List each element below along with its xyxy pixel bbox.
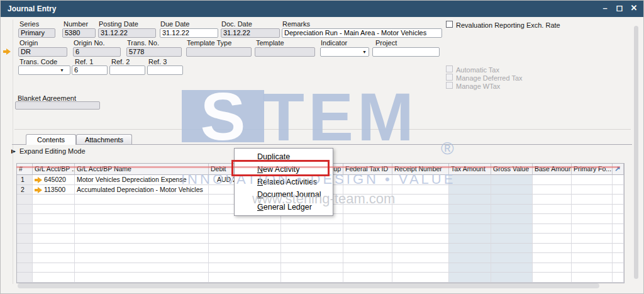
table-cell[interactable]	[572, 205, 613, 215]
table-cell[interactable]	[572, 273, 613, 283]
table-cell[interactable]	[392, 185, 449, 195]
indicator-dropdown[interactable]: ▼	[320, 47, 369, 57]
table-cell[interactable]	[75, 214, 209, 224]
expand-editing-mode-label[interactable]: Expand Editing Mode	[19, 147, 86, 155]
context-menu-item-new-activity[interactable]: New Activity	[235, 163, 333, 176]
table-cell[interactable]	[392, 263, 449, 273]
table-cell[interactable]	[613, 273, 624, 283]
table-cell[interactable]	[572, 234, 613, 244]
table-cell[interactable]	[491, 195, 533, 205]
table-cell[interactable]	[343, 224, 392, 234]
table-cell[interactable]	[17, 195, 33, 205]
table-cell[interactable]	[533, 175, 572, 185]
table-cell[interactable]	[17, 273, 33, 283]
origin-link-arrow-icon[interactable]	[3, 48, 11, 55]
table-cell[interactable]	[449, 175, 491, 185]
context-menu-item-document-journal[interactable]: Document Journal	[235, 188, 333, 201]
table-cell[interactable]	[75, 253, 209, 263]
tab-contents[interactable]: Contents	[26, 134, 76, 145]
column-header[interactable]: ↗	[613, 164, 624, 175]
table-cell[interactable]	[392, 234, 449, 244]
table-cell[interactable]	[491, 214, 533, 224]
table-cell[interactable]	[491, 263, 533, 273]
table-cell[interactable]	[613, 224, 624, 234]
table-row[interactable]	[17, 234, 624, 244]
table-cell[interactable]	[343, 205, 392, 215]
maximize-icon[interactable]: ◻	[615, 3, 624, 13]
table-cell[interactable]	[613, 244, 624, 254]
column-header[interactable]: Tax Amount	[449, 164, 491, 175]
ref3-field[interactable]	[147, 65, 183, 75]
table-cell[interactable]	[209, 224, 281, 234]
row-link-arrow-icon[interactable]	[35, 187, 42, 193]
doc-date-field[interactable]: 31.12.22	[221, 28, 280, 38]
table-cell[interactable]	[343, 263, 392, 273]
trans-code-dropdown[interactable]: ▼	[18, 65, 70, 75]
table-cell[interactable]	[613, 175, 624, 185]
horizontal-scrollbar[interactable]	[18, 283, 599, 288]
table-cell[interactable]	[281, 253, 343, 263]
table-cell[interactable]	[343, 175, 392, 185]
table-cell[interactable]	[572, 185, 613, 195]
table-cell[interactable]	[392, 195, 449, 205]
table-cell[interactable]	[392, 175, 449, 185]
table-cell[interactable]	[572, 175, 613, 185]
table-row[interactable]	[17, 253, 624, 263]
context-menu-item-duplicate[interactable]: Duplicate	[235, 150, 333, 163]
table-cell[interactable]	[33, 234, 75, 244]
table-cell[interactable]	[281, 263, 343, 273]
column-header[interactable]: Primary Fo...	[572, 164, 613, 175]
column-header[interactable]: G/L Acct/BP Name	[75, 164, 209, 175]
table-cell[interactable]	[17, 205, 33, 215]
trans-no-field[interactable]: 5778	[126, 47, 182, 57]
template-type-field[interactable]	[186, 47, 252, 57]
table-cell[interactable]	[392, 253, 449, 263]
origin-field[interactable]: DR	[18, 47, 67, 57]
series-field[interactable]: Primary	[18, 28, 55, 38]
context-menu-item-general-ledger[interactable]: General Ledger	[235, 201, 333, 213]
table-cell[interactable]	[533, 263, 572, 273]
column-header[interactable]: Base Amount	[533, 164, 572, 175]
table-cell[interactable]	[491, 205, 533, 215]
table-cell[interactable]	[343, 253, 392, 263]
table-cell[interactable]	[33, 214, 75, 224]
table-cell[interactable]	[33, 195, 75, 205]
table-cell[interactable]	[613, 234, 624, 244]
vertical-scrollbar[interactable]	[634, 26, 638, 279]
table-cell[interactable]	[449, 273, 491, 283]
table-row[interactable]	[17, 273, 624, 283]
column-header[interactable]: #	[17, 164, 33, 175]
column-header[interactable]: Federal Tax ID	[343, 164, 392, 175]
table-cell[interactable]	[491, 185, 533, 195]
number-field[interactable]: 5380	[62, 28, 96, 38]
table-cell[interactable]	[491, 273, 533, 283]
table-cell[interactable]	[533, 214, 572, 224]
table-cell[interactable]	[533, 234, 572, 244]
origin-no-field[interactable]: 6	[73, 47, 121, 57]
close-icon[interactable]: ✕	[630, 3, 638, 13]
ref1-field[interactable]: 6	[72, 65, 108, 75]
table-cell[interactable]	[449, 214, 491, 224]
table-cell[interactable]: 113500	[33, 185, 75, 195]
table-cell[interactable]	[449, 253, 491, 263]
table-cell[interactable]	[533, 205, 572, 215]
table-cell[interactable]	[75, 244, 209, 254]
due-date-field[interactable]: 31.12.22	[160, 28, 218, 38]
table-cell[interactable]	[75, 234, 209, 244]
table-cell[interactable]	[449, 234, 491, 244]
table-cell[interactable]	[17, 224, 33, 234]
table-cell[interactable]	[33, 253, 75, 263]
table-cell[interactable]	[572, 263, 613, 273]
revaluation-checkbox[interactable]	[446, 21, 453, 28]
column-header[interactable]: G/L Acct/BP ...	[33, 164, 75, 175]
table-cell[interactable]: 2	[17, 185, 33, 195]
table-row[interactable]	[17, 244, 624, 254]
table-cell[interactable]	[209, 253, 281, 263]
table-cell[interactable]	[17, 214, 33, 224]
table-cell[interactable]	[449, 195, 491, 205]
table-cell[interactable]	[449, 244, 491, 254]
expand-grid-icon[interactable]: ↗	[614, 165, 620, 172]
table-cell[interactable]	[75, 263, 209, 273]
table-cell[interactable]	[392, 205, 449, 215]
table-cell[interactable]	[209, 244, 281, 254]
